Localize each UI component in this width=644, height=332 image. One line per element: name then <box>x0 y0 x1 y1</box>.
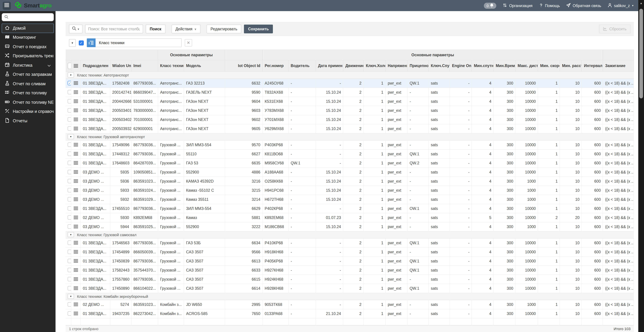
row-checkbox[interactable]: ✓ <box>68 302 71 306</box>
row-checkbox[interactable]: ✓ <box>68 215 71 220</box>
row-checkbox[interactable]: ✓ <box>68 170 71 174</box>
sidebar-item-0[interactable]: Домой <box>2 24 54 33</box>
table-row[interactable]: ✓01 ЗВЕЗДА...200442666531000001Автотранс… <box>66 97 634 106</box>
collapse-group-button[interactable]: ▼ <box>68 294 74 299</box>
column-header[interactable]: Водитель <box>288 60 316 71</box>
table-row[interactable]: ✓01 ЗВЕЗДА...200503401783000000...Автотр… <box>66 106 634 115</box>
top-nav-item-0[interactable]: Организация <box>502 3 532 9</box>
sidebar-item-6[interactable]: Отчет по сливам <box>2 79 54 88</box>
table-row[interactable]: ✓01 ЗВЕЗДА...17546563867793036...Грузово… <box>66 238 634 247</box>
collapse-group-button[interactable]: ▼ <box>68 232 74 237</box>
row-checkbox[interactable]: ✓ <box>68 311 71 316</box>
row-menu-cell[interactable] <box>71 97 81 106</box>
column-header[interactable]: Мин.спутник <box>472 60 494 71</box>
row-checkbox[interactable]: ✓ <box>68 179 71 183</box>
row-checkbox[interactable]: ✓ <box>68 108 71 112</box>
table-row[interactable]: ✓03 ДЕМО ...5935109050851...Грузовой ...… <box>66 168 634 177</box>
row-menu-cell[interactable] <box>71 158 81 168</box>
top-nav-item-1[interactable]: Помощь <box>538 3 560 8</box>
sidebar-item-1[interactable]: Мониторинг <box>2 33 54 42</box>
row-menu-cell[interactable] <box>71 284 81 293</box>
row-checkbox[interactable]: ✓ <box>68 259 71 263</box>
sidebar-item-2[interactable]: Отчет о поездках <box>2 42 54 51</box>
collapse-group-button[interactable]: ▼ <box>68 72 74 77</box>
row-checkbox[interactable]: ✓ <box>68 99 71 103</box>
table-row[interactable]: ✓01 ЗВЕЗДА...17455510867793036...Грузово… <box>66 204 634 213</box>
sidebar-item-7[interactable]: Отчет по топливу <box>2 88 54 98</box>
row-menu-cell[interactable] <box>71 238 81 247</box>
column-header[interactable]: Мин.Время с <box>494 60 516 71</box>
table-row[interactable]: ✓02 ДЕМО ...5930К892ЕМ68Грузовой ...Кама… <box>66 213 634 222</box>
row-menu-cell[interactable] <box>71 186 81 195</box>
row-checkbox[interactable]: ✓ <box>68 161 71 165</box>
column-header[interactable]: Подразделен <box>80 60 110 71</box>
save-button[interactable]: Сохранить <box>244 25 273 33</box>
row-checkbox[interactable]: ✓ <box>68 126 71 131</box>
header-checkbox[interactable] <box>68 63 71 69</box>
row-menu-cell[interactable] <box>71 79 81 88</box>
table-row[interactable]: ✓01 ЗВЕЗДА...17557860867793036...Грузово… <box>66 275 634 284</box>
table-row[interactable]: ✓02 ДЕМО ...5274863591023...Комбайн з...… <box>66 300 634 309</box>
select-all-header[interactable] <box>66 60 71 71</box>
sidebar-item-4[interactable]: Логистика <box>2 61 54 70</box>
row-checkbox[interactable]: ✓ <box>68 286 71 290</box>
table-row[interactable]: ✓01 ЗВЕЗДА...200503402701000001Автотранс… <box>66 115 634 124</box>
row-menu-cell[interactable] <box>71 168 81 177</box>
row-checkbox[interactable]: ✓ <box>68 142 71 147</box>
row-checkbox[interactable]: ✓ <box>68 224 71 229</box>
filter-enabled-checkbox[interactable]: ✓ <box>79 40 84 45</box>
column-header[interactable]: Напряжение. <box>386 60 408 71</box>
notifications-button[interactable]: 0 <box>484 3 496 9</box>
row-checkbox[interactable]: ✓ <box>68 197 71 202</box>
edit-button[interactable]: Редактировать <box>206 25 242 33</box>
sidebar-search-input[interactable] <box>10 15 51 19</box>
table-row[interactable]: ✓01 ЗВЕЗДА...200503932629000001Автотранс… <box>66 124 634 133</box>
column-header[interactable]: Класс техник <box>158 60 184 71</box>
column-header[interactable]: Дата примен <box>316 60 343 71</box>
actions-button[interactable]: Действия∨ <box>172 25 200 33</box>
table-row[interactable]: ✓01 ЗВЕЗДА...17454899866050039...Грузово… <box>66 247 634 256</box>
row-checkbox[interactable]: ✓ <box>68 250 71 254</box>
row-checkbox[interactable]: ✓ <box>68 151 71 156</box>
column-header[interactable]: Прицепное <box>408 60 429 71</box>
row-menu-cell[interactable] <box>71 115 81 124</box>
row-checkbox[interactable]: ✓ <box>68 90 71 94</box>
sidebar-item-10[interactable]: Отчеты <box>2 116 54 125</box>
row-menu-cell[interactable] <box>71 300 81 309</box>
table-row[interactable]: ✓01 ЗВЕЗДА...17549096867793036...Грузово… <box>66 140 634 149</box>
row-checkbox[interactable]: ✓ <box>68 117 71 122</box>
search-scope-button[interactable]: ▼ <box>69 25 82 33</box>
row-menu-cell[interactable] <box>71 195 81 204</box>
table-row[interactable]: ✓03 ДЕМО ...5933863591024...Грузовой ...… <box>66 186 634 195</box>
scroll-up-arrow-icon[interactable]: ▲ <box>638 0 644 7</box>
top-nav-item-3[interactable]: salikov_z▼ <box>607 3 634 9</box>
column-header[interactable]: Модель <box>184 60 225 71</box>
top-nav-item-2[interactable]: Обратная связь <box>566 3 601 9</box>
column-header[interactable]: Макс. дистан <box>516 60 538 71</box>
table-row[interactable]: ✓01 ЗВЕЗДА...19437235862273042...Комбайн… <box>66 309 634 318</box>
row-menu-cell[interactable] <box>71 140 81 149</box>
table-row[interactable]: ✓03 ДЕМО ...5936863591023...Грузовой ...… <box>66 177 634 186</box>
row-menu-cell[interactable] <box>71 124 81 133</box>
row-menu-cell[interactable] <box>71 213 81 222</box>
column-header[interactable]: Engine On Mi <box>450 60 472 71</box>
row-menu-cell[interactable] <box>71 88 81 97</box>
row-menu-cell[interactable] <box>71 149 81 158</box>
table-row[interactable]: ✓01 ЗВЕЗДА...17450890866104022...Грузово… <box>66 284 634 293</box>
column-header[interactable]: Рег.номер <box>262 60 288 71</box>
vertical-scrollbar[interactable]: ▲ <box>638 0 644 332</box>
row-menu-cell[interactable] <box>71 106 81 115</box>
table-row[interactable]: ✓01 ЗВЕЗДА...17582408867793036...Автотра… <box>66 79 634 88</box>
table-row[interactable]: ✓01 ЗВЕЗДА...17648603864287039...Грузово… <box>66 158 634 168</box>
row-menu-cell[interactable] <box>71 177 81 186</box>
row-menu-cell[interactable] <box>71 309 81 318</box>
table-row[interactable]: ✓03 ДЕМО ...5944863591025...Грузовой ...… <box>66 222 634 231</box>
column-header[interactable]: Imei <box>131 60 158 71</box>
row-checkbox[interactable]: ✓ <box>68 188 71 192</box>
table-row[interactable]: ✓03 ДЕМО ...5932863591029...Грузовой ...… <box>66 195 634 204</box>
collapse-group-button[interactable]: ▼ <box>68 134 74 139</box>
column-header[interactable]: Мин. расстоя <box>560 60 582 71</box>
report-search-input[interactable] <box>85 25 143 33</box>
reset-button[interactable]: Сбросить <box>599 25 630 33</box>
sidebar-item-8[interactable]: Отчет по топливу NEW <box>2 98 54 107</box>
